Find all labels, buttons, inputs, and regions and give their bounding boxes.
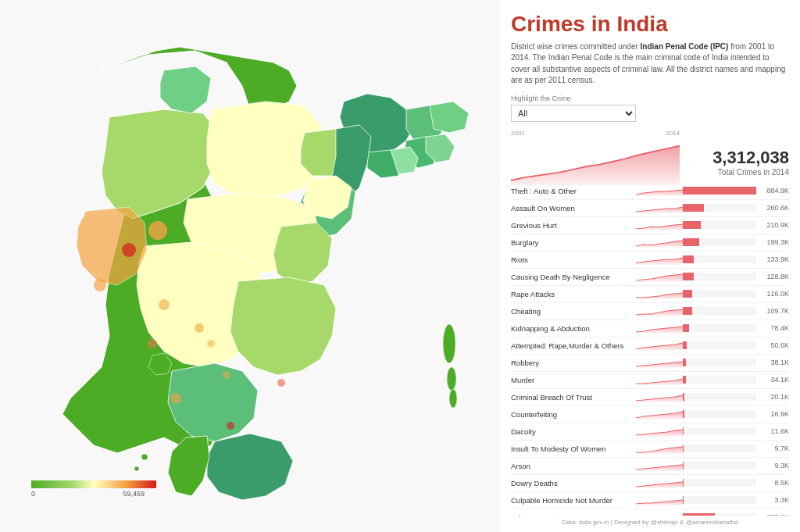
crime-value: 34.1K [759,376,789,384]
crime-name: Arson [511,462,636,470]
crime-value: 8.5K [759,479,789,487]
overall-trend-container: 2001 2014 [511,130,680,177]
svg-point-38 [141,454,148,460]
crime-sparkline [636,476,683,490]
page-title: Crimes in India [511,12,789,37]
svg-point-25 [122,243,136,257]
total-number: 3,312,038 [688,149,789,166]
crime-value: 260.6K [759,204,789,212]
crime-sparkline [636,390,683,404]
crime-name: Causing Death By Negligence [511,273,636,281]
crime-bar [683,376,686,384]
crime-bar-wrapper [683,479,756,487]
highlight-label: Highlight the Crime [511,95,789,102]
crime-value: 38.1K [759,359,789,366]
crime-sparkline [636,304,683,318]
crime-bar-wrapper [683,376,756,384]
crime-bar-wrapper [683,427,756,435]
total-crimes-section: 3,312,038 Total Crimes in 2014 [688,149,789,177]
crime-name: Criminal Breach Of Trust [511,393,636,402]
svg-marker-20 [230,277,336,375]
crime-bar [683,290,692,298]
crime-row[interactable]: Grevious Hurt 210.9K [511,217,789,234]
crime-row[interactable]: Attempted: Rape,Murder & Others 50.6K [511,337,789,355]
crime-name: Insult To Modesty Of Women [511,445,636,453]
crime-name: Dowry Deaths [511,479,636,487]
crime-row[interactable]: Rape Attacks 116.0K [511,286,789,303]
crime-name: Assault On Women [511,204,636,212]
crime-sparkline [636,373,683,387]
crime-value: 3.3K [759,496,789,504]
crime-bar [683,221,701,229]
svg-point-37 [449,389,457,408]
crime-bar-wrapper [683,393,756,401]
svg-marker-9 [160,66,211,113]
crime-sparkline [636,407,683,421]
total-label: Total Crimes in 2014 [688,168,789,177]
svg-text:59,459: 59,459 [123,490,145,498]
crime-sparkline [636,270,683,284]
crime-value: 20.1K [759,393,789,401]
crime-dropdown[interactable]: All Theft : Auto & Other Assault On Wome… [511,105,636,122]
crime-row[interactable]: Criminal Breach Of Trust 20.1K [511,389,789,406]
crime-bar-wrapper [683,290,756,298]
crime-row[interactable]: Burglary 199.3K [511,234,789,252]
crime-row[interactable]: Cheating 109.7K [511,303,789,320]
svg-point-34 [277,379,285,387]
desc-bold: Indian Penal Code (IPC) [641,42,729,51]
crime-row[interactable]: Counterfeiting 16.9K [511,406,789,423]
crime-value: 109.7K [759,307,789,315]
crime-row[interactable]: Culpable Homicide Not Murder 3.3K [511,492,789,509]
crime-sparkline [636,441,683,455]
crime-bar-wrapper [683,221,756,229]
crime-value: 9.3K [759,462,789,470]
crime-row[interactable]: Arson 9.3K [511,458,789,475]
crime-row[interactable]: Assault On Women 260.6K [511,200,789,217]
crime-row[interactable]: Insult To Modesty Of Women 9.7K [511,441,789,458]
svg-point-27 [159,299,170,310]
crime-sparkline [636,235,683,249]
crime-bar-wrapper [683,324,756,332]
crime-sparkline [636,424,683,438]
crime-sparkline [636,510,683,516]
crime-row[interactable]: Causing Death By Negligence 128.8K [511,269,789,286]
crime-name: Attempted: Rape,Murder & Others [511,341,636,350]
crime-bar [683,204,704,212]
crime-bar [683,359,686,366]
crime-bar [683,324,689,332]
svg-text:0: 0 [31,490,35,498]
crime-row[interactable]: Riots 133.9K [511,252,789,269]
crime-bar-wrapper [683,359,756,366]
crime-bar [683,479,684,487]
crime-row[interactable]: Dacoity 11.6K [511,423,789,441]
stats-row: 2001 2014 3,312,038 Total Crimes in 2014 [511,130,789,177]
crime-bar [683,427,684,435]
crime-row[interactable]: Kidnapping & Abduction 78.4K [511,320,789,337]
crime-value: 11.6K [759,427,789,435]
crime-name: Cheating [511,307,636,316]
crime-sparkline [636,459,683,473]
crime-row[interactable]: Robbery 38.1K [511,355,789,372]
crime-bar [683,238,699,246]
crime-name: Dacoity [511,427,636,436]
crime-bar-wrapper [683,462,756,470]
crime-sparkline [636,338,683,352]
crime-row[interactable]: Other IPC Crimes 387.0K [511,509,789,516]
crime-bar [683,462,684,470]
crime-sparkline [636,287,683,301]
crime-bar [683,410,684,418]
svg-point-31 [148,339,157,348]
svg-rect-40 [31,480,156,488]
crime-bar-wrapper [683,513,756,516]
crime-name: Rape Attacks [511,290,636,298]
crime-value: 78.4K [759,324,789,332]
svg-marker-3 [430,102,469,133]
svg-point-24 [148,221,167,240]
crime-sparkline [636,201,683,215]
crime-row[interactable]: Dowry Deaths 8.5K [511,475,789,492]
crime-row[interactable]: Murder 34.1K [511,372,789,389]
india-map[interactable]: 0 59,459 [8,8,492,500]
crime-value: 128.8K [759,273,789,280]
crime-bar [683,393,684,401]
svg-marker-15 [273,223,332,285]
